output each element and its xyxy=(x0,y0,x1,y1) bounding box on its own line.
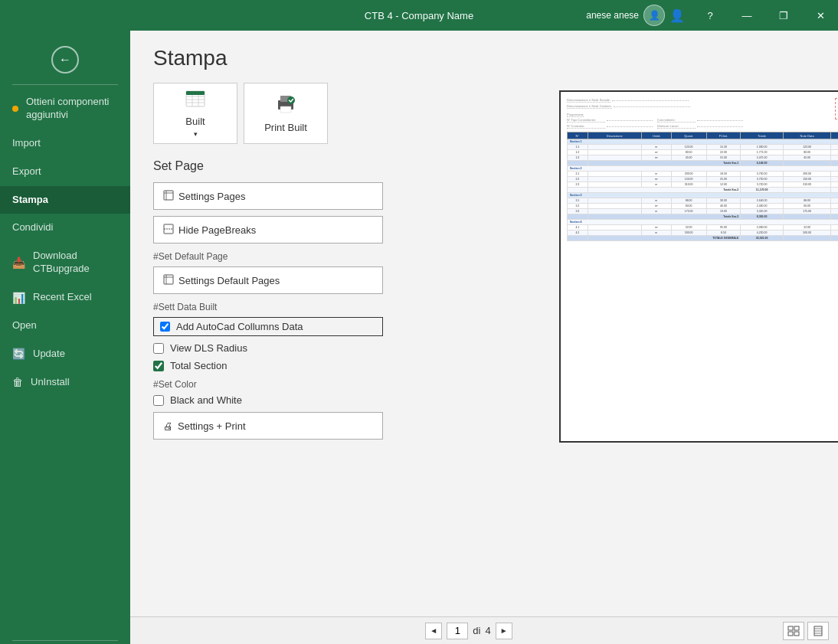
sidebar-item-export[interactable]: Export xyxy=(0,158,130,186)
view-page-button[interactable] xyxy=(807,622,829,640)
preview-td: 80.50 xyxy=(671,150,706,155)
svg-rect-16 xyxy=(164,275,173,284)
content-body: Built ▾ Print xyxy=(130,83,838,616)
settings-pages-icon xyxy=(163,190,174,203)
preview-td xyxy=(568,236,588,241)
page-separator: di xyxy=(473,625,480,636)
view-dls-label[interactable]: View DLS Radius xyxy=(170,342,247,354)
preview-td xyxy=(783,188,830,193)
preview-td: 3.3 xyxy=(568,209,588,214)
preview-td: 45.00 xyxy=(783,155,830,161)
back-button[interactable]: ← xyxy=(0,38,130,81)
view-dls-checkbox[interactable] xyxy=(153,343,164,354)
svg-rect-21 xyxy=(788,632,793,636)
settings-default-pages-button[interactable]: Settings Default Pages xyxy=(153,266,383,294)
excel-icon: 📊 xyxy=(12,292,25,304)
preview-td: 4,250.00 xyxy=(741,230,784,236)
built-button[interactable]: Built ▾ xyxy=(153,83,237,144)
minimize-button[interactable]: — xyxy=(729,0,764,31)
sidebar-item-condividi[interactable]: Condividi xyxy=(0,214,130,242)
preview-td: 1.2 xyxy=(568,150,588,155)
preview-table-row: 3.3m175.0019.003,325.00175.003,325.00 xyxy=(568,209,839,214)
preview-td xyxy=(588,177,641,182)
sidebar-item-import-label: Import xyxy=(12,137,41,150)
print-icon xyxy=(275,94,296,119)
set-page-heading: Set Page xyxy=(153,159,544,173)
user-icon[interactable]: 👤 xyxy=(669,8,685,23)
add-autocad-checkbox[interactable] xyxy=(160,322,170,332)
sidebar-item-uninstall[interactable]: 🗑 UnInstall xyxy=(0,368,130,397)
black-white-label[interactable]: Black and White xyxy=(170,394,242,406)
sidebar-item-update[interactable]: 🔄 Update xyxy=(0,340,130,368)
preview-td xyxy=(588,150,641,155)
preview-document: Denominazione e Sede Sociale: Denominazi… xyxy=(561,92,838,441)
preview-td: m² xyxy=(641,177,671,182)
preview-td: 500.00 xyxy=(783,230,830,236)
sidebar-divider-bottom xyxy=(12,640,118,641)
settings-print-label: Settings + Print xyxy=(178,420,246,432)
preview-td: 150.00 xyxy=(671,177,706,182)
svg-rect-1 xyxy=(186,91,205,95)
preview-table-row: 2.2m²150.0025.003,750.00150.003,750.00 xyxy=(568,177,839,182)
th-num: N° xyxy=(568,132,588,139)
preview-row-3: Progressiva: xyxy=(567,113,743,116)
preview-td: 150.00 xyxy=(783,177,830,182)
preview-td: 1.3 xyxy=(568,155,588,161)
preview-td: m xyxy=(641,230,671,236)
sidebar-item-export-label: Export xyxy=(12,165,41,178)
page-prev-button[interactable]: ◄ xyxy=(425,623,442,639)
preview-table-header: N° Descrizione Unità Quant. P.Unit. Tota… xyxy=(568,132,839,139)
close-button[interactable]: ✕ xyxy=(803,0,838,31)
sidebar-item-recent-excel[interactable]: 📊 Recent Excel xyxy=(0,283,130,312)
print-settings-icon: 🖨 xyxy=(163,420,173,432)
svg-rect-9 xyxy=(280,106,291,113)
preview-td xyxy=(588,204,641,209)
preview-td xyxy=(588,155,641,161)
preview-value-7 xyxy=(697,126,743,127)
sidebar-item-download[interactable]: 📥 Download CTBupgrade xyxy=(0,242,130,283)
preview-td: 31,355.00 xyxy=(831,236,838,241)
preview-td: 2,090.00 xyxy=(831,225,838,230)
preview-td: m xyxy=(641,209,671,214)
print-built-button[interactable]: Print Built xyxy=(244,83,328,144)
preview-td: 88.00 xyxy=(671,198,706,204)
preview-td: 3,325.00 xyxy=(741,209,784,214)
sidebar-item-open[interactable]: Open xyxy=(0,312,130,340)
page-next-button[interactable]: ► xyxy=(496,623,512,639)
help-button[interactable]: ? xyxy=(692,0,728,31)
preview-table-row: 2.3m310.0012.003,720.00310.003,720.00 xyxy=(568,182,839,188)
preview-td: 32,021.00 xyxy=(741,236,784,241)
sidebar-item-import[interactable]: Import xyxy=(0,129,130,158)
add-autocad-label[interactable]: Add AutoCad Collumns Data xyxy=(176,321,303,332)
hide-pagebreaks-button[interactable]: Hide PageBreaks xyxy=(153,216,383,244)
svg-rect-19 xyxy=(788,626,793,630)
preview-td: m xyxy=(641,198,671,204)
preview-td xyxy=(568,188,588,193)
preview-grand-total-row: TOTALE GENERALE32,021.0031,355.00 xyxy=(568,236,839,241)
page-number-input[interactable] xyxy=(447,623,468,639)
preview-td: 60.00 xyxy=(671,204,706,209)
total-section-checkbox[interactable] xyxy=(153,361,164,371)
preview-td: 30.00 xyxy=(706,198,741,204)
preview-td: 15.20 xyxy=(706,145,741,150)
print-built-label: Print Built xyxy=(264,122,307,133)
total-section-label[interactable]: Total Section xyxy=(170,360,227,371)
preview-td: 2.2 xyxy=(568,177,588,182)
view-normal-button[interactable] xyxy=(783,622,804,640)
preview-td: 2,475.00 xyxy=(831,155,838,161)
preview-td xyxy=(588,230,641,236)
preview-td: m³ xyxy=(641,155,671,161)
th-unita: Unità xyxy=(641,132,671,139)
settings-pages-button[interactable]: Settings Pages xyxy=(153,182,383,210)
preview-table-total-row: Totale Sez.16,146.005,480.00 xyxy=(568,161,839,166)
preview-td: m² xyxy=(641,204,671,209)
maximize-button[interactable]: ❐ xyxy=(766,0,801,31)
preview-td: m³ xyxy=(641,225,671,230)
settings-print-button[interactable]: 🖨 Settings + Print xyxy=(153,412,383,440)
back-circle-icon[interactable]: ← xyxy=(51,46,79,74)
sidebar-item-stampa[interactable]: Stampa xyxy=(0,186,130,214)
th-note: Note Data xyxy=(783,132,830,139)
sidebar-item-ottieni[interactable]: Ottieni componenti aggiuntivi xyxy=(0,88,130,129)
black-white-checkbox[interactable] xyxy=(153,395,164,406)
preview-table-total-row: Totale Sez.211,170.0011,170.00 xyxy=(568,188,839,193)
